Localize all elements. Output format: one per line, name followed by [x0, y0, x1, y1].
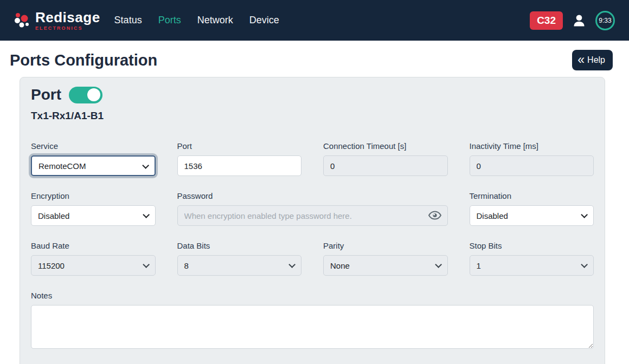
field-password: Password: [177, 191, 448, 226]
nav-item-network[interactable]: Network: [197, 15, 233, 26]
page-title: Ports Configuration: [10, 51, 157, 69]
password-wrapper: [177, 205, 448, 226]
nav-item-ports[interactable]: Ports: [158, 15, 181, 26]
password-label: Password: [177, 191, 448, 200]
service-label: Service: [31, 141, 156, 151]
brand[interactable]: Redisage ELECTRONICS: [14, 10, 100, 31]
nav-item-status[interactable]: Status: [114, 15, 142, 26]
stop-bits-label: Stop Bits: [470, 241, 594, 250]
chevron-down-icon: [142, 162, 149, 169]
field-encryption: Encryption Disabled: [31, 191, 156, 226]
port-enable-toggle[interactable]: [69, 87, 102, 103]
brand-logo-icon: [14, 12, 30, 29]
chevron-down-icon: [581, 261, 588, 268]
service-select[interactable]: RemoteCOM: [31, 155, 156, 176]
port-input[interactable]: [177, 155, 302, 176]
device-model-badge: C32: [530, 11, 563, 30]
field-inactivity-time: Inactivity Time [ms]: [470, 141, 594, 176]
data-bits-select-value: 8: [184, 261, 189, 270]
field-connection-timeout: Connection Timeout [s]: [323, 141, 448, 176]
connection-timeout-input: [323, 155, 448, 176]
session-timer-value: 9:33: [599, 17, 611, 24]
brand-subtitle: ELECTRONICS: [35, 26, 100, 31]
chevron-down-icon: [288, 261, 296, 268]
encryption-select-value: Disabled: [38, 211, 69, 220]
inactivity-time-input: [470, 155, 594, 176]
inactivity-time-label: Inactivity Time [ms]: [470, 141, 594, 151]
navbar: Redisage ELECTRONICS Status Ports Networ…: [0, 0, 629, 41]
service-select-value: RemoteCOM: [38, 161, 86, 171]
data-bits-select: 8: [177, 255, 302, 276]
termination-select[interactable]: Disabled: [470, 205, 594, 226]
port-form: Service RemoteCOM Port Connection Timeou…: [31, 141, 594, 351]
session-timer: 9:33: [595, 11, 615, 30]
chevron-down-icon: [581, 211, 588, 218]
chevron-down-icon: [143, 211, 150, 218]
chevron-down-icon: [435, 261, 442, 268]
help-button[interactable]: « Help: [572, 50, 613, 70]
termination-select-value: Disabled: [477, 211, 508, 220]
field-data-bits: Data Bits 8: [177, 241, 302, 276]
notes-label: Notes: [31, 291, 594, 300]
field-baud-rate: Baud Rate 115200: [31, 241, 156, 276]
termination-label: Termination: [470, 191, 594, 200]
baud-rate-select-value: 115200: [38, 261, 65, 270]
encryption-label: Encryption: [31, 191, 156, 200]
chevron-down-icon: [143, 261, 150, 268]
user-icon[interactable]: [572, 13, 587, 28]
field-notes: Notes: [31, 291, 594, 351]
parity-label: Parity: [323, 241, 448, 250]
double-chevron-left-icon: «: [577, 54, 585, 66]
field-port: Port: [177, 141, 302, 176]
encryption-select[interactable]: Disabled: [31, 205, 156, 226]
notes-textarea[interactable]: [31, 305, 594, 349]
stop-bits-select: 1: [470, 255, 594, 276]
port-label: Port: [177, 141, 302, 151]
baud-rate-label: Baud Rate: [31, 241, 156, 250]
parity-select: None: [323, 255, 448, 276]
baud-rate-select: 115200: [31, 255, 156, 276]
nav-links: Status Ports Network Device: [114, 15, 279, 26]
brand-text: Redisage ELECTRONICS: [35, 10, 100, 31]
port-card-header: Port: [31, 86, 594, 103]
page-header: Ports Configuration « Help: [0, 41, 629, 70]
parity-select-value: None: [330, 261, 350, 270]
brand-name: Redisage: [35, 9, 100, 25]
port-card-title: Port: [31, 86, 61, 103]
nav-item-device[interactable]: Device: [249, 15, 279, 26]
field-termination: Termination Disabled: [470, 191, 594, 226]
port-card-subtitle: Tx1-Rx1/A1-B1: [31, 110, 594, 122]
eye-icon: [428, 211, 441, 220]
port-card: Port Tx1-Rx1/A1-B1 Service RemoteCOM Por…: [20, 77, 605, 364]
field-parity: Parity None: [323, 241, 448, 276]
field-service: Service RemoteCOM: [31, 141, 156, 176]
stop-bits-select-value: 1: [477, 261, 481, 270]
navbar-right: C32 9:33: [530, 11, 615, 30]
field-stop-bits: Stop Bits 1: [470, 241, 594, 276]
password-input: [177, 205, 448, 226]
data-bits-label: Data Bits: [177, 241, 302, 250]
connection-timeout-label: Connection Timeout [s]: [323, 141, 448, 151]
toggle-knob: [87, 88, 100, 101]
help-button-label: Help: [587, 55, 605, 65]
